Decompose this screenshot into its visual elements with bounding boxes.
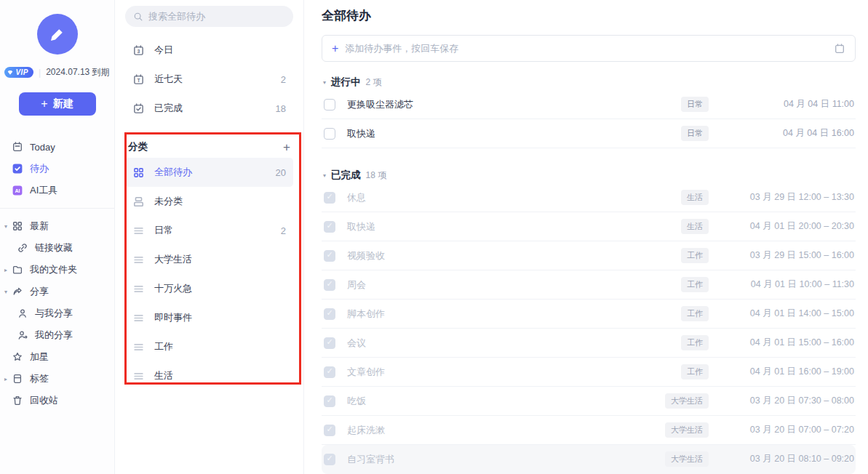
task-checkbox-checked[interactable]	[324, 454, 335, 465]
task-name: 脚本创作	[347, 308, 385, 321]
task-row[interactable]: 周会 工作 04 月 01 日 10:00 – 11:30	[322, 270, 856, 300]
search-box[interactable]	[125, 6, 293, 27]
sidebar-divider	[0, 208, 114, 209]
task-row[interactable]: 脚本创作 工作 04 月 01 日 14:00 – 15:00	[322, 300, 856, 329]
category-label: 全部待办	[154, 166, 192, 179]
category-label: 即时事件	[154, 311, 192, 324]
task-row[interactable]: 视频验收 工作 03 月 29 日 15:00 – 16:00	[322, 241, 856, 270]
calendar-picker-icon[interactable]	[834, 43, 845, 55]
task-row[interactable]: 自习室背书 大学生活 03 月 20 日 08:10 – 09:20	[322, 445, 856, 474]
section-header[interactable]: ▾ 进行中 2 项	[322, 74, 856, 90]
task-time: 03 月 20 日 08:10 – 09:20	[709, 453, 854, 465]
task-checkbox-checked[interactable]	[324, 395, 335, 407]
task-checkbox-checked[interactable]	[324, 221, 335, 233]
task-row[interactable]: 文章创作 工作 04 月 01 日 16:00 – 19:00	[322, 358, 856, 387]
task-row[interactable]: 休息 生活 03 月 29 日 12:00 – 13:30	[322, 183, 856, 212]
category-item[interactable]: 全部待办 20	[125, 158, 293, 187]
add-todo-box[interactable]: +	[322, 35, 856, 62]
category-item[interactable]: 十万火急	[125, 274, 293, 303]
task-checkbox-checked[interactable]	[324, 366, 335, 378]
sidebar-item[interactable]: 链接收藏	[0, 237, 114, 259]
task-checkbox-checked[interactable]	[324, 308, 335, 320]
task-checkbox[interactable]	[324, 99, 335, 111]
task-name: 吃饭	[347, 395, 366, 408]
completed-section: ▾ 已完成 18 项 休息 生活 03 月 29 日 12:00 – 13:30	[322, 167, 856, 474]
sidebar-item[interactable]: ▸ 标签	[0, 368, 114, 390]
task-category-tag: 日常	[681, 97, 709, 112]
add-category-button[interactable]: +	[283, 141, 290, 153]
category-item[interactable]: 工作	[125, 332, 293, 361]
task-name: 周会	[347, 278, 366, 292]
category-item[interactable]: 未分类	[125, 187, 293, 216]
sidebar-nav: Today 待办 AI AI工具	[0, 136, 114, 411]
search-input[interactable]	[148, 11, 285, 22]
task-row[interactable]: 取快递 日常 04 月 04 日 16:00	[322, 119, 856, 148]
vip-badge[interactable]: VIP	[4, 67, 33, 78]
task-row[interactable]: 取快递 生活 04 月 01 日 20:00 – 20:30	[322, 212, 856, 241]
task-row[interactable]: 会议 工作 04 月 01 日 15:00 – 16:00	[322, 329, 856, 358]
calendar-icon	[132, 103, 145, 115]
category-item[interactable]: 生活	[125, 361, 293, 390]
app-logo	[37, 14, 78, 55]
category-label: 十万火急	[154, 282, 192, 295]
expand-arrow-icon: ▸	[0, 267, 12, 273]
task-checkbox-checked[interactable]	[324, 425, 335, 436]
task-checkbox-checked[interactable]	[324, 192, 335, 204]
task-row[interactable]: 更换吸尘器滤芯 日常 04 月 04 日 11:00	[322, 90, 856, 119]
category-count: 20	[276, 167, 286, 178]
task-checkbox-checked[interactable]	[324, 279, 335, 291]
vip-diamond-icon	[7, 69, 14, 76]
sidebar-item[interactable]: 我的分享	[0, 324, 114, 346]
category-count: 2	[281, 225, 286, 236]
category-item[interactable]: 大学生活	[125, 245, 293, 274]
task-checkbox-checked[interactable]	[324, 250, 335, 262]
category-header-title: 分类	[128, 140, 148, 153]
category-item[interactable]: 即时事件	[125, 303, 293, 332]
vip-row: VIP | 2024.07.13 到期	[0, 66, 114, 79]
sidebar-item[interactable]: 回收站	[0, 390, 114, 411]
sidebar-item-label: 待办	[30, 162, 49, 175]
section-title: 进行中	[331, 76, 361, 89]
sidebar-secondary-list: ▾ 最新 链接收藏 ▸ 我的文件夹	[0, 215, 114, 411]
sidebar-item[interactable]: 与我分享	[0, 302, 114, 324]
category-icon	[132, 225, 145, 237]
section-header[interactable]: ▾ 已完成 18 项	[322, 167, 856, 183]
task-checkbox[interactable]	[324, 128, 335, 140]
new-button[interactable]: + 新建	[19, 92, 96, 116]
sidebar-item[interactable]: ▾ 最新	[0, 215, 114, 237]
sidebar-item[interactable]: Today	[0, 136, 114, 158]
task-category-tag: 生活	[681, 190, 709, 205]
category-icon	[132, 166, 145, 179]
sidebar-item-label: 我的分享	[35, 329, 73, 342]
sidebar-item-icon	[12, 163, 23, 174]
task-category-tag: 日常	[681, 126, 709, 141]
section-count: 18 项	[366, 169, 387, 182]
sidebar-item[interactable]: AI AI工具	[0, 180, 114, 201]
category-item[interactable]: 日常 2	[125, 216, 293, 245]
task-time: 04 月 01 日 20:00 – 20:30	[709, 220, 854, 233]
add-todo-input[interactable]	[345, 43, 827, 54]
category-label: 未分类	[154, 195, 183, 208]
vip-expiry-date: 2024.07.13 到期	[46, 66, 109, 79]
sidebar-item-icon	[12, 373, 23, 385]
sidebar-item[interactable]: ▸ 我的文件夹	[0, 259, 114, 281]
task-time: 03 月 20 日 07:00 – 07:20	[709, 424, 854, 436]
sidebar-item[interactable]: 加星	[0, 346, 114, 368]
smart-list-item[interactable]: T 近七天 2	[125, 65, 293, 94]
sidebar-item-icon: AI	[12, 185, 23, 196]
svg-text:AI: AI	[15, 188, 20, 194]
smart-list-label: 今日	[154, 44, 173, 57]
task-row[interactable]: 起床洗漱 大学生活 03 月 20 日 07:00 – 07:20	[322, 416, 856, 445]
new-button-label: 新建	[53, 97, 73, 111]
sidebar-item[interactable]: ▾ 分享	[0, 281, 114, 302]
task-row[interactable]: 吃饭 大学生活 03 月 20 日 07:30 – 08:00	[322, 387, 856, 416]
task-category-tag: 大学生活	[665, 422, 709, 438]
task-checkbox-checked[interactable]	[324, 337, 335, 349]
smart-list-item[interactable]: 3 今日	[125, 36, 293, 65]
task-time: 04 月 01 日 16:00 – 19:00	[709, 366, 854, 378]
smart-list-item[interactable]: 已完成 18	[125, 94, 293, 123]
sidebar-item-label: 我的文件夹	[30, 263, 77, 276]
sidebar-primary-list: Today 待办 AI AI工具	[0, 136, 114, 201]
sidebar-item[interactable]: 待办	[0, 158, 114, 180]
section-count: 2 项	[366, 76, 382, 89]
